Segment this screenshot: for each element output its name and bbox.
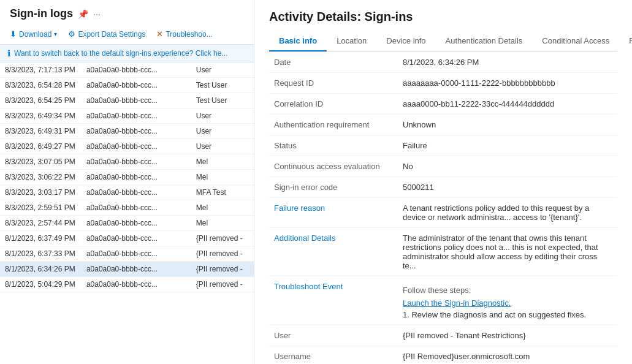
table-row[interactable]: 8/1/2023, 6:37:49 PM a0a0a0a0-bbbb-ccc..… xyxy=(0,231,254,246)
log-id: a0a0a0a0-bbbb-ccc... xyxy=(82,277,191,292)
log-user: User xyxy=(191,139,254,154)
log-id: a0a0a0a0-bbbb-ccc... xyxy=(82,170,191,185)
table-row[interactable]: 8/3/2023, 6:49:31 PM a0a0a0a0-bbbb-ccc..… xyxy=(0,124,254,139)
log-user: Mel xyxy=(191,154,254,170)
log-user: Test User xyxy=(191,93,254,108)
log-user: Mel xyxy=(191,216,254,231)
table-row[interactable]: 8/3/2023, 3:06:22 PM a0a0a0a0-bbbb-ccc..… xyxy=(0,170,254,185)
table-row[interactable]: 8/3/2023, 6:54:25 PM a0a0a0a0-bbbb-ccc..… xyxy=(0,93,254,108)
detail-row: User {PII removed - Tenant Restrictions} xyxy=(269,325,617,346)
detail-label: Date xyxy=(269,52,398,73)
log-id: a0a0a0a0-bbbb-ccc... xyxy=(82,124,191,139)
detail-row: Troubleshoot Event Follow these steps: L… xyxy=(269,276,617,325)
detail-label: User xyxy=(269,325,398,346)
detail-row: Continuous access evaluation No xyxy=(269,156,617,177)
log-id: a0a0a0a0-bbbb-ccc... xyxy=(82,216,191,231)
log-date: 8/1/2023, 6:34:26 PM xyxy=(0,262,82,277)
detail-value: {PII removed - Tenant Restrictions} xyxy=(398,325,617,346)
log-id: a0a0a0a0-bbbb-ccc... xyxy=(82,93,191,108)
log-user: MFA Test xyxy=(191,185,254,200)
right-header: Activity Details: Sign-ins Basic infoLoc… xyxy=(254,0,632,52)
log-date: 8/3/2023, 6:49:34 PM xyxy=(0,108,82,124)
detail-value: aaaa0000-bb11-2222-33cc-444444dddddd xyxy=(398,94,617,115)
table-row[interactable]: 8/3/2023, 2:59:51 PM a0a0a0a0-bbbb-ccc..… xyxy=(0,200,254,216)
detail-table: Date 8/1/2023, 6:34:26 PM Request ID aaa… xyxy=(269,52,617,364)
table-row[interactable]: 8/1/2023, 6:37:33 PM a0a0a0a0-bbbb-ccc..… xyxy=(0,246,254,262)
log-date: 8/3/2023, 6:49:27 PM xyxy=(0,139,82,154)
tab-conditional-access[interactable]: Conditional Access xyxy=(532,31,619,51)
log-date: 8/3/2023, 7:17:13 PM xyxy=(0,63,82,78)
detail-row: Correlation ID aaaa0000-bb11-2222-33cc-4… xyxy=(269,94,617,115)
log-date: 8/3/2023, 3:06:22 PM xyxy=(0,170,82,185)
log-date: 8/3/2023, 2:59:51 PM xyxy=(0,200,82,216)
detail-label: Failure reason xyxy=(269,198,398,228)
table-row[interactable]: 8/3/2023, 3:03:17 PM a0a0a0a0-bbbb-ccc..… xyxy=(0,185,254,200)
log-table: 8/3/2023, 7:17:13 PM a0a0a0a0-bbbb-ccc..… xyxy=(0,63,254,292)
detail-label: Authentication requirement xyxy=(269,115,398,135)
log-id: a0a0a0a0-bbbb-ccc... xyxy=(82,78,191,93)
log-user: User xyxy=(191,108,254,124)
detail-row: Additional Details The administrator of … xyxy=(269,228,617,276)
table-row[interactable]: 8/3/2023, 3:07:05 PM a0a0a0a0-bbbb-ccc..… xyxy=(0,154,254,170)
download-button[interactable]: ⬇ Download ▾ xyxy=(5,26,62,42)
detail-value: Follow these steps: Launch the Sign-in D… xyxy=(398,276,617,325)
detail-label: Correlation ID xyxy=(269,94,398,115)
page-title: Sign-in logs xyxy=(10,7,73,20)
log-user: Mel xyxy=(191,200,254,216)
detail-value: The administrator of the tenant that own… xyxy=(398,228,617,276)
tab-report-only[interactable]: Report-only xyxy=(619,31,632,51)
log-date: 8/3/2023, 3:03:17 PM xyxy=(0,185,82,200)
detail-row: Request ID aaaaaaaa-0000-1111-2222-bbbbb… xyxy=(269,73,617,94)
detail-value: No xyxy=(398,156,617,177)
pin-icon[interactable]: 📌 xyxy=(78,9,88,19)
log-date: 8/3/2023, 6:54:28 PM xyxy=(0,78,82,93)
table-row[interactable]: 8/3/2023, 6:54:28 PM a0a0a0a0-bbbb-ccc..… xyxy=(0,78,254,93)
detail-row: Username {PII Removed}user.onmicrosoft.c… xyxy=(269,346,617,365)
log-id: a0a0a0a0-bbbb-ccc... xyxy=(82,139,191,154)
detail-value: A tenant restrictions policy added to th… xyxy=(398,198,617,228)
download-icon: ⬇ xyxy=(10,29,17,39)
troubleshoot-step-1: 1. Review the diagnosis and act on sugge… xyxy=(403,310,612,319)
detail-value: aaaaaaaa-0000-1111-2222-bbbbbbbbbbbb xyxy=(398,73,617,94)
left-panel: Sign-in logs 📌 ··· ⬇ Download ▾ ⚙ Export… xyxy=(0,0,254,364)
log-user: {PII removed - xyxy=(191,231,254,246)
detail-label: Request ID xyxy=(269,73,398,94)
tab-basic-info[interactable]: Basic info xyxy=(269,31,327,51)
detail-label: Username xyxy=(269,346,398,365)
tab-location[interactable]: Location xyxy=(327,31,376,51)
log-user: {PII removed - xyxy=(191,246,254,262)
tab-device-info[interactable]: Device info xyxy=(376,31,435,51)
table-row[interactable]: 8/1/2023, 5:04:29 PM a0a0a0a0-bbbb-ccc..… xyxy=(0,277,254,292)
right-panel: Activity Details: Sign-ins Basic infoLoc… xyxy=(254,0,632,364)
log-id: a0a0a0a0-bbbb-ccc... xyxy=(82,185,191,200)
table-row[interactable]: 8/3/2023, 2:57:44 PM a0a0a0a0-bbbb-ccc..… xyxy=(0,216,254,231)
log-user: Mel xyxy=(191,170,254,185)
log-user: User xyxy=(191,63,254,78)
detail-value: 5000211 xyxy=(398,177,617,198)
table-row[interactable]: 8/3/2023, 7:17:13 PM a0a0a0a0-bbbb-ccc..… xyxy=(0,63,254,78)
log-user: User xyxy=(191,124,254,139)
export-data-settings-button[interactable]: ⚙ Export Data Settings xyxy=(63,26,150,42)
tab-authentication-details[interactable]: Authentication Details xyxy=(436,31,533,51)
detail-value: Failure xyxy=(398,135,617,156)
more-options-icon[interactable]: ··· xyxy=(93,9,101,19)
log-id: a0a0a0a0-bbbb-ccc... xyxy=(82,200,191,216)
log-id: a0a0a0a0-bbbb-ccc... xyxy=(82,246,191,262)
detail-value: Unknown xyxy=(398,115,617,135)
detail-row: Authentication requirement Unknown xyxy=(269,115,617,135)
toolbar: ⬇ Download ▾ ⚙ Export Data Settings ✕ Tr… xyxy=(0,24,254,45)
log-user: Test User xyxy=(191,78,254,93)
table-row[interactable]: 8/1/2023, 6:34:26 PM a0a0a0a0-bbbb-ccc..… xyxy=(0,262,254,277)
log-id: a0a0a0a0-bbbb-ccc... xyxy=(82,154,191,170)
detail-row: Sign-in error code 5000211 xyxy=(269,177,617,198)
detail-row: Date 8/1/2023, 6:34:26 PM xyxy=(269,52,617,73)
table-row[interactable]: 8/3/2023, 6:49:34 PM a0a0a0a0-bbbb-ccc..… xyxy=(0,108,254,124)
detail-label: Sign-in error code xyxy=(269,177,398,198)
table-row[interactable]: 8/3/2023, 6:49:27 PM a0a0a0a0-bbbb-ccc..… xyxy=(0,139,254,154)
detail-label: Troubleshoot Event xyxy=(269,276,398,325)
launch-diagnostic-link[interactable]: Launch the Sign-in Diagnostic. xyxy=(403,298,612,308)
log-date: 8/3/2023, 6:49:31 PM xyxy=(0,124,82,139)
log-list-container: 8/3/2023, 7:17:13 PM a0a0a0a0-bbbb-ccc..… xyxy=(0,63,254,364)
troubleshoot-button[interactable]: ✕ Troubleshoo... xyxy=(151,26,217,42)
export-icon: ⚙ xyxy=(68,29,75,39)
